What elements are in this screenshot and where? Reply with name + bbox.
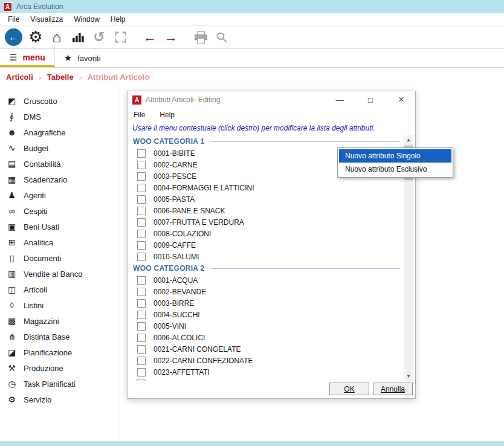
attribute-row-0005-vini[interactable]: 0005-VINI bbox=[132, 320, 400, 332]
attribute-row-0006-pane-e-snack[interactable]: 0006-PANE E SNACK bbox=[132, 205, 400, 216]
sidebar-item-listini[interactable]: ◊Listini bbox=[0, 297, 120, 313]
attribute-row-0003-birre[interactable]: 0003-BIRRE bbox=[132, 297, 400, 309]
sidebar-item-task-pianificati[interactable]: ◷Task Pianificati bbox=[0, 376, 120, 392]
context-menu-item-nuovo-attributo-esclusivo[interactable]: Nuovo attributo Esclusivo bbox=[339, 163, 451, 176]
sidebar-item-anagrafiche[interactable]: ☻Anagrafiche bbox=[0, 124, 120, 140]
sidebar-item-cruscotto[interactable]: ◩Cruscotto bbox=[0, 93, 120, 109]
sidebar-item-magazzini[interactable]: ▩Magazzini bbox=[0, 313, 120, 329]
print-preview-button[interactable] bbox=[214, 28, 230, 46]
sidebar-item-articoli[interactable]: ◫Articoli bbox=[0, 282, 120, 297]
menu-window[interactable]: Window bbox=[68, 15, 105, 24]
tab-menu-label: menu bbox=[22, 53, 45, 62]
attribute-row-0022-carni-confezionate[interactable]: 0022-CARNI CONFEZIONATE bbox=[132, 355, 400, 366]
checkbox[interactable] bbox=[137, 322, 146, 331]
checkbox[interactable] bbox=[137, 184, 146, 192]
checkbox[interactable] bbox=[137, 299, 146, 308]
sidebar-item-scadenzario[interactable]: ▦Scadenzario bbox=[0, 172, 120, 187]
attribute-row-0009-caffe[interactable]: 0009-CAFFE bbox=[132, 239, 400, 251]
ok-button-label: OK bbox=[344, 385, 354, 393]
checkbox[interactable] bbox=[137, 207, 146, 215]
context-menu-item-nuovo-attributo-singolo[interactable]: Nuovo attributo Singolo bbox=[339, 149, 451, 163]
attribute-row-0004-succhi[interactable]: 0004-SUCCHI bbox=[132, 309, 400, 320]
chart-button[interactable] bbox=[70, 28, 86, 46]
attribute-row-0010-salumi[interactable]: 0010-SALUMI bbox=[132, 251, 400, 262]
sidebar-item-servizio[interactable]: ⚙Servizio bbox=[0, 392, 120, 407]
dialog-menu-bar: FileHelp bbox=[128, 108, 415, 121]
checkbox[interactable] bbox=[137, 241, 146, 250]
scrollbar-down-icon[interactable]: ▼ bbox=[404, 372, 413, 381]
checkbox[interactable] bbox=[137, 253, 146, 261]
sidebar-item-dms[interactable]: ∮DMS bbox=[0, 109, 120, 124]
attribute-row-0002-bevande[interactable]: 0002-BEVANDE bbox=[132, 286, 400, 297]
attribute-row-0004-formaggi-e-latticini[interactable]: 0004-FORMAGGI E LATTICINI bbox=[132, 182, 400, 193]
menu-visualizza[interactable]: Visualizza bbox=[25, 15, 68, 24]
checkbox[interactable] bbox=[137, 161, 146, 169]
sidebar-item-label: Produzione bbox=[24, 364, 63, 373]
checkbox[interactable] bbox=[137, 334, 146, 342]
attribute-row-0023-affettati[interactable]: 0023-AFFETTATI bbox=[132, 366, 400, 378]
checkbox[interactable] bbox=[137, 357, 146, 365]
checkbox[interactable] bbox=[137, 230, 146, 238]
attribute-row-0001-acqua[interactable]: 0001-ACQUA bbox=[132, 274, 400, 286]
sidebar-item-cespiti[interactable]: ∞Cespiti bbox=[0, 203, 120, 219]
people-icon: ☻ bbox=[7, 128, 17, 137]
sidebar-item-produzione[interactable]: ⚒Produzione bbox=[0, 360, 120, 376]
tab-favoriti[interactable]: ★ favoriti bbox=[55, 49, 110, 67]
dialog-minimize-button[interactable]: — bbox=[331, 95, 349, 105]
checkbox[interactable] bbox=[137, 345, 146, 354]
menu-file[interactable]: File bbox=[2, 15, 25, 24]
sidebar-item-analitica[interactable]: ⊞Analitica bbox=[0, 234, 120, 250]
home-button[interactable]: ⌂ bbox=[49, 28, 65, 46]
sidebar-item-distinta-base[interactable]: ⋔Distinta Base bbox=[0, 329, 120, 344]
attribute-label: 0002-BEVANDE bbox=[153, 288, 206, 296]
print-button[interactable] bbox=[193, 28, 208, 46]
checkbox[interactable] bbox=[137, 380, 146, 381]
attribute-row-0007-frutta-e-verdura[interactable]: 0007-FRUTTA E VERDURA bbox=[132, 216, 400, 228]
sidebar-item-agenti[interactable]: ♟Agenti bbox=[0, 187, 120, 203]
attribute-row-0006-alcolici[interactable]: 0006-ALCOLICI bbox=[132, 332, 400, 343]
dialog-menu-file[interactable]: File bbox=[134, 111, 145, 119]
attribute-row-0005-pasta[interactable]: 0005-PASTA bbox=[132, 193, 400, 205]
checkbox[interactable] bbox=[137, 368, 146, 377]
fullscreen-button[interactable] bbox=[112, 28, 128, 46]
hamburger-icon: ☰ bbox=[9, 52, 17, 63]
breadcrumb-articoli[interactable]: Articoli bbox=[6, 73, 33, 82]
undo-button[interactable]: ↺ bbox=[91, 28, 107, 46]
back-circle-button[interactable]: ← bbox=[5, 28, 22, 46]
sidebar-item-vendite-al-banco[interactable]: ▥Vendite al Banco bbox=[0, 266, 120, 282]
checkbox[interactable] bbox=[137, 311, 146, 319]
breadcrumb: Articoli›Tabelle›Attributi Articolo bbox=[0, 68, 504, 86]
sidebar-item-documenti[interactable]: ▯Documenti bbox=[0, 250, 120, 266]
dialog-hint-text: Usare il menu contestuale (click destro)… bbox=[128, 121, 415, 134]
attribute-label: 0002-CARNE bbox=[153, 161, 198, 169]
cancel-button[interactable]: Annulla bbox=[373, 383, 413, 395]
checkbox[interactable] bbox=[137, 218, 146, 227]
sidebar-item-beni-usati[interactable]: ▣Beni Usati bbox=[0, 219, 120, 234]
dialog-menu-help[interactable]: Help bbox=[160, 111, 175, 119]
nav-back-button[interactable]: ← bbox=[142, 28, 158, 46]
dialog-titlebar[interactable]: A Attributi Articoli- Editing — □ × bbox=[128, 91, 415, 108]
attribute-label: 0009-CAFFE bbox=[153, 241, 196, 250]
checkbox[interactable] bbox=[137, 172, 146, 181]
dialog-close-button[interactable]: × bbox=[392, 94, 410, 105]
dialog-maximize-button[interactable]: □ bbox=[361, 95, 380, 105]
scrollbar-up-icon[interactable]: ▲ bbox=[404, 135, 413, 144]
sidebar-item-contabilità[interactable]: ▤Contabilità bbox=[0, 156, 120, 172]
settings-gear-button[interactable]: ⚙ bbox=[28, 28, 44, 46]
sidebar-item-pianificazione[interactable]: ◪Pianificazione bbox=[0, 344, 120, 360]
checkbox[interactable] bbox=[137, 149, 146, 158]
menu-help[interactable]: Help bbox=[105, 15, 131, 24]
attribute-row-0008-colazioni[interactable]: 0008-COLAZIONI bbox=[132, 228, 400, 239]
tab-menu[interactable]: ☰ menu bbox=[0, 49, 55, 67]
sidebar-item-budget[interactable]: ∿Budget bbox=[0, 140, 120, 156]
breadcrumb-attributi-articolo[interactable]: Attributi Articolo bbox=[88, 73, 150, 82]
attribute-row-0024-pesce-congelato[interactable]: 0024-PESCE CONGELATO bbox=[132, 378, 400, 381]
ok-button[interactable]: OK bbox=[329, 383, 369, 395]
attribute-row-0021-carni-congelate[interactable]: 0021-CARNI CONGELATE bbox=[132, 343, 400, 355]
breadcrumb-tabelle[interactable]: Tabelle bbox=[47, 73, 74, 82]
checkbox[interactable] bbox=[137, 276, 146, 285]
checkbox[interactable] bbox=[137, 288, 146, 296]
nav-forward-button[interactable]: → bbox=[163, 28, 179, 46]
checkbox[interactable] bbox=[137, 195, 146, 204]
attribute-label: 0022-CARNI CONFEZIONATE bbox=[153, 357, 253, 365]
